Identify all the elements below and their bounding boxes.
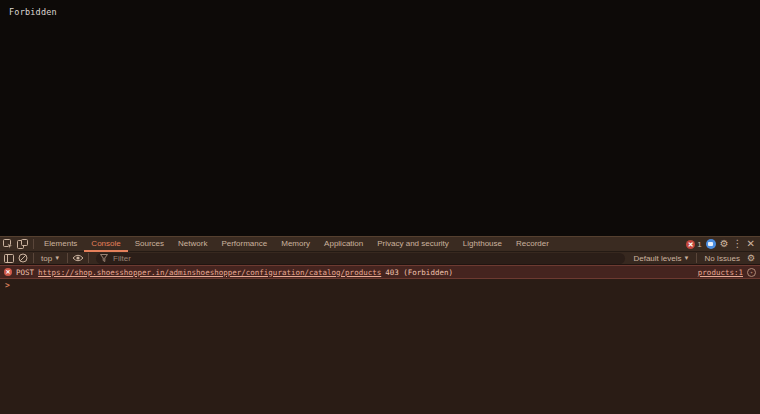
console-messages: ✕ POST https://shop.shoesshopper.in/admi…: [0, 265, 760, 292]
blue-extension-icon[interactable]: [706, 239, 716, 249]
more-options-icon[interactable]: ⋮: [733, 239, 743, 249]
error-count-badge[interactable]: ✕ 1: [686, 240, 701, 249]
tab-performance[interactable]: Performance: [214, 237, 274, 251]
close-devtools-icon[interactable]: ✕: [747, 239, 755, 249]
js-context-label: top: [41, 254, 52, 263]
devtools-tabbar: Elements Console Sources Network Perform…: [0, 237, 760, 252]
tab-console[interactable]: Console: [84, 237, 127, 252]
console-toolbar-right: Default levels ▼ No Issues ⚙: [629, 253, 758, 264]
console-toolbar: top ▼ Default levels ▼ No Issues ⚙: [0, 252, 760, 265]
request-method: POST: [16, 268, 34, 277]
log-levels-label: Default levels: [633, 254, 681, 263]
js-context-selector[interactable]: top ▼: [37, 254, 64, 263]
tabbar-right-controls: ✕ 1 ⚙ ⋮ ✕: [686, 239, 760, 249]
chevron-down-icon: ▼: [683, 255, 689, 261]
tab-recorder[interactable]: Recorder: [509, 237, 556, 251]
source-location-link[interactable]: products:1: [698, 268, 743, 277]
tab-privacy-and-security[interactable]: Privacy and security: [370, 237, 456, 251]
issues-counter[interactable]: No Issues: [700, 254, 744, 263]
live-expression-eye-icon[interactable]: [72, 253, 84, 264]
tab-elements[interactable]: Elements: [37, 237, 84, 251]
console-prompt[interactable]: >: [0, 279, 760, 292]
browser-page-content: Forbidden: [0, 0, 760, 236]
divider: [33, 253, 34, 263]
error-badge-count: 1: [697, 240, 701, 249]
filter-funnel-icon: [100, 254, 108, 262]
tab-memory[interactable]: Memory: [274, 237, 317, 251]
divider: [88, 253, 89, 263]
tab-lighthouse[interactable]: Lighthouse: [456, 237, 509, 251]
divider: [696, 253, 697, 263]
console-filter-box[interactable]: [96, 253, 625, 264]
console-filter-input[interactable]: [111, 253, 621, 264]
page-body-text: Forbidden: [9, 7, 57, 17]
devtools-panel: Elements Console Sources Network Perform…: [0, 236, 760, 414]
request-url-link[interactable]: https://shop.shoesshopper.in/adminshoesh…: [38, 268, 381, 277]
log-levels-dropdown[interactable]: Default levels ▼: [629, 254, 693, 263]
inspect-element-icon[interactable]: [1, 238, 14, 251]
tab-network[interactable]: Network: [171, 237, 214, 251]
console-sidebar-icon[interactable]: [3, 253, 15, 264]
settings-gear-icon[interactable]: ⚙: [720, 239, 729, 249]
ai-assistance-icon[interactable]: ✦: [747, 268, 756, 277]
error-badge-icon: ✕: [686, 240, 695, 249]
chevron-down-icon: ▼: [54, 255, 60, 261]
tab-application[interactable]: Application: [317, 237, 370, 251]
tab-sources[interactable]: Sources: [128, 237, 171, 251]
console-settings-gear-icon[interactable]: ⚙: [745, 253, 757, 264]
error-icon: ✕: [4, 268, 12, 276]
divider: [33, 239, 34, 249]
console-error-row: ✕ POST https://shop.shoesshopper.in/admi…: [0, 265, 760, 279]
clear-console-icon[interactable]: [17, 253, 29, 264]
device-toolbar-icon[interactable]: [16, 238, 29, 251]
divider: [67, 253, 68, 263]
prompt-chevron-icon: >: [5, 281, 10, 290]
response-status: 403 (Forbidden): [385, 268, 453, 277]
